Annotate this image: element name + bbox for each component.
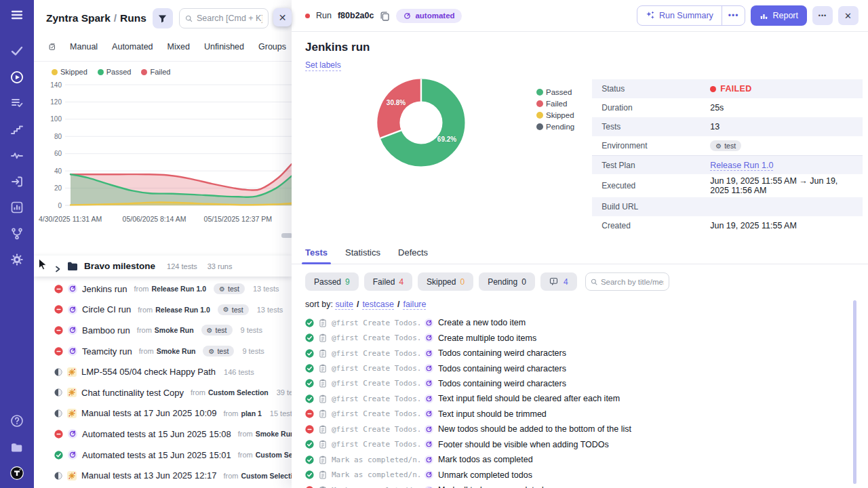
run-name[interactable]: Automated tests at 15 Jun 2025 15:08 — [82, 429, 231, 439]
test-row[interactable]: Mark as completed/n...Unmark completed t… — [305, 467, 868, 482]
filter-pill-passed[interactable]: Passed9 — [305, 272, 359, 291]
filter-pill-skipped[interactable]: Skipped0 — [418, 272, 473, 291]
runs-filter-tab-groups[interactable]: Groups — [258, 42, 286, 52]
run-row[interactable]: Manual tests at 17 Jun 2025 10:09frompla… — [34, 403, 292, 424]
check-icon[interactable] — [10, 44, 24, 58]
milestone-row[interactable]: Bravo milestone 124 tests 33 runs — [34, 256, 292, 277]
test-title[interactable]: Create multiple todo items — [438, 333, 536, 343]
run-name[interactable]: Chat functinality test Copy — [81, 388, 184, 398]
test-title[interactable]: Text input field should be cleared after… — [438, 394, 620, 403]
report-button[interactable]: Report — [751, 5, 807, 26]
menu-icon[interactable] — [10, 8, 24, 22]
test-row[interactable]: @first Create Todos...Todos containing w… — [305, 346, 868, 361]
chart-legend-item-skipped[interactable]: Skipped — [52, 68, 87, 76]
test-title[interactable]: Mark all todos as completed — [438, 485, 544, 488]
run-row[interactable]: Chat functinality test CopyfromCustom Se… — [34, 382, 292, 403]
runs-filter-tab-mixed[interactable]: Mixed — [167, 42, 190, 52]
run-name[interactable]: Bamboo run — [82, 325, 130, 336]
run-name[interactable]: LMP-554 05/04 check Happy Path — [81, 367, 216, 377]
test-row[interactable]: @first Create Todos...Create a new todo … — [305, 315, 868, 330]
chevron-right-icon[interactable] — [54, 263, 61, 270]
test-title[interactable]: Create a new todo item — [438, 318, 526, 327]
test-title[interactable]: Mark todos as completed — [438, 455, 533, 464]
run-summary-button[interactable]: Run Summary — [637, 6, 722, 25]
test-row[interactable]: @first Create Todos...Text input should … — [305, 407, 868, 422]
clipboard-icon — [319, 319, 327, 327]
select-all-icon[interactable] — [49, 41, 56, 52]
run-row[interactable]: Automated tests at 15 Jun 2025 15:01from… — [34, 445, 292, 466]
run-summary-more-button[interactable]: ••• — [722, 6, 745, 25]
close-run-button[interactable]: ✕ — [838, 6, 859, 25]
sort-by-testcase[interactable]: testcase — [362, 300, 394, 310]
test-row[interactable]: @first Create Todos...Text input field s… — [305, 391, 868, 406]
runs-search[interactable] — [179, 8, 269, 28]
run-name[interactable]: Manual tests at 17 Jun 2025 10:09 — [81, 408, 216, 418]
test-title[interactable]: Footer should be visible when adding TOD… — [438, 440, 609, 449]
sort-by-failure[interactable]: failure — [403, 300, 426, 310]
chart-legend-item-failed[interactable]: Failed — [141, 68, 170, 76]
test-title[interactable]: Todos containing weird characters — [438, 379, 566, 388]
import-icon[interactable] — [10, 175, 24, 188]
test-row[interactable]: @first Create Todos...Footer should be v… — [305, 437, 868, 452]
sparkles-icon — [646, 11, 655, 20]
filter-pill-pending[interactable]: Pending0 — [479, 272, 535, 291]
run-row[interactable]: Jenkins runfromRelease Run 1.0⚙test13 te… — [34, 279, 292, 300]
gear-icon[interactable] — [10, 253, 24, 266]
set-labels-link[interactable]: Set labels — [305, 60, 341, 71]
tab-tests[interactable]: Tests — [305, 247, 328, 264]
run-row[interactable]: LMP-554 05/04 check Happy Path146 tests — [34, 361, 292, 382]
run-row[interactable]: Manual tests at 13 Jun 2025 12:17fromCus… — [34, 465, 292, 486]
test-row[interactable]: @first Create Todos...Todos containing w… — [305, 361, 868, 375]
more-options-button[interactable]: ••• — [812, 6, 833, 25]
donut-label-passed: 69.2% — [437, 136, 456, 143]
test-title[interactable]: Text input should be trimmed — [438, 409, 547, 419]
tests-search-input[interactable] — [601, 278, 664, 286]
test-row[interactable]: @first Create Todos...Todos containing w… — [305, 376, 868, 391]
steps-icon[interactable] — [10, 123, 24, 136]
tab-defects[interactable]: Defects — [398, 247, 428, 264]
test-title[interactable]: Todos containing weird characters — [438, 364, 566, 373]
test-plan-link[interactable]: Release Run 1.0 — [710, 161, 773, 171]
breadcrumb-project[interactable]: Zyntra Spark — [46, 12, 111, 24]
run-row[interactable]: Teamcity runfromSmoke Run⚙test9 tests — [34, 341, 292, 362]
runs-filter-tab-manual[interactable]: Manual — [70, 42, 98, 52]
run-name[interactable]: Manual tests at 13 Jun 2025 12:17 — [81, 470, 216, 481]
run-name[interactable]: Circle CI run — [82, 304, 131, 314]
pulse-icon[interactable] — [10, 148, 24, 162]
test-title[interactable]: Unmark completed todos — [438, 470, 532, 480]
testomat-logo[interactable] — [10, 466, 24, 480]
runs-search-input[interactable] — [197, 14, 262, 23]
filter-pill-failed[interactable]: Failed4 — [364, 272, 412, 291]
comments-filter-pill[interactable]: 4 — [540, 272, 577, 291]
help-icon[interactable] — [10, 414, 24, 428]
test-row[interactable]: @first Create Todos...New todos should b… — [305, 422, 868, 436]
run-row[interactable]: Circle CI runfromRelease Run 1.0⚙test13 … — [34, 300, 292, 321]
detail-value: 13 — [710, 122, 719, 131]
analytics-icon[interactable] — [10, 201, 24, 214]
test-row[interactable]: Mark as completed/n...Mark all todos as … — [305, 483, 868, 488]
folder-icon[interactable] — [10, 441, 24, 454]
vertical-scrollbar[interactable] — [853, 300, 856, 484]
run-name[interactable]: Jenkins run — [82, 284, 127, 294]
runs-filter-tab-automated[interactable]: Automated — [112, 42, 153, 52]
filter-button[interactable] — [153, 8, 173, 28]
list-check-icon[interactable] — [10, 96, 24, 110]
run-name[interactable]: Teamcity run — [82, 346, 132, 357]
run-name[interactable]: Automated tests at 15 Jun 2025 15:01 — [82, 450, 231, 460]
copy-icon[interactable] — [380, 11, 390, 21]
chart-legend-item-passed[interactable]: Passed — [98, 68, 132, 76]
tab-statistics[interactable]: Statistics — [345, 247, 380, 264]
close-panel-button[interactable]: ✕ — [273, 8, 292, 26]
branch-icon[interactable] — [10, 227, 24, 241]
horizontal-scrollbar[interactable] — [281, 233, 292, 238]
run-row[interactable]: Bamboo runfromSmoke Run⚙test9 tests — [34, 320, 292, 341]
test-title[interactable]: New todos should be added to the bottom … — [438, 424, 631, 434]
runs-filter-tab-unfinished[interactable]: Unfinished — [204, 42, 244, 52]
test-title[interactable]: Todos containing weird characters — [438, 348, 566, 358]
test-row[interactable]: Mark as completed/n...Mark todos as comp… — [305, 452, 868, 467]
test-row[interactable]: @first Create Todos...Create multiple to… — [305, 330, 868, 345]
tests-search[interactable] — [585, 272, 669, 291]
run-row[interactable]: Automated tests at 15 Jun 2025 15:08from… — [34, 424, 292, 445]
sort-by-suite[interactable]: suite — [335, 300, 353, 310]
play-circle-icon[interactable] — [10, 70, 24, 84]
